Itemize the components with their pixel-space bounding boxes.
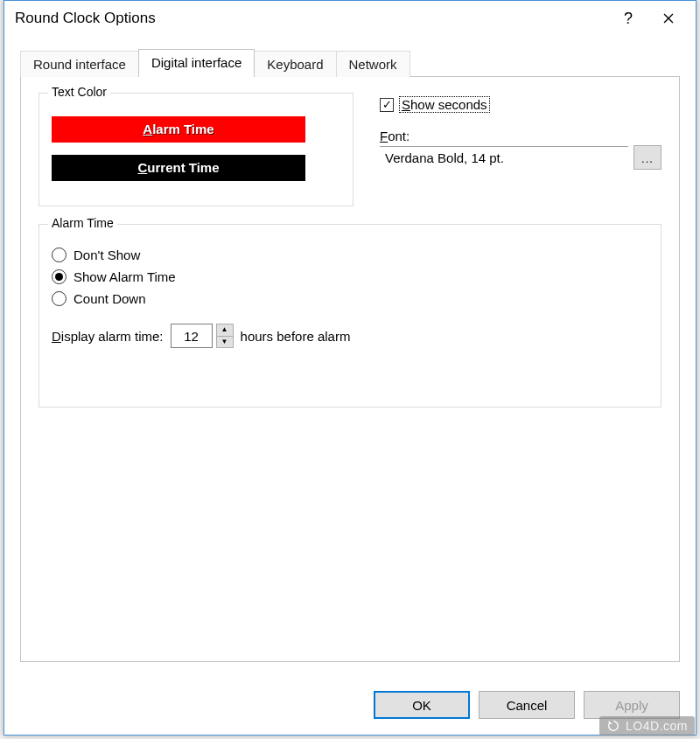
spinner-up[interactable]: ▲ bbox=[216, 324, 234, 337]
tabstrip: Round interface Digital interface Keyboa… bbox=[20, 48, 680, 76]
window-title: Round Clock Options bbox=[15, 10, 608, 27]
radio-icon bbox=[52, 247, 66, 262]
current-time-color-button[interactable]: Current Time bbox=[52, 155, 305, 181]
show-seconds-checkbox[interactable]: ✓ Show seconds bbox=[380, 96, 662, 113]
dialog-window: Round Clock Options ? Round interface Di… bbox=[4, 0, 696, 736]
radio-icon bbox=[52, 291, 66, 306]
apply-button[interactable]: Apply bbox=[584, 691, 680, 719]
radio-label: Don't Show bbox=[74, 247, 140, 262]
radio-dont-show[interactable]: Don't Show bbox=[52, 247, 648, 262]
show-seconds-label: Show seconds bbox=[399, 96, 490, 113]
display-alarm-label: Display alarm time: bbox=[52, 329, 164, 344]
watermark-text: LO4D.com bbox=[626, 719, 688, 733]
ok-button[interactable]: OK bbox=[374, 691, 470, 719]
dialog-buttons: OK Cancel Apply bbox=[374, 691, 680, 719]
group-alarm-time: Alarm Time Don't Show Show Alarm Time Co… bbox=[38, 224, 662, 408]
font-browse-button[interactable]: ... bbox=[634, 145, 662, 170]
radio-label: Count Down bbox=[74, 291, 146, 306]
display-alarm-row: Display alarm time: ▲ ▼ hours before ala… bbox=[52, 324, 648, 348]
group-text-color: Text Color Alarm Time Current Time bbox=[38, 93, 354, 206]
font-label: Font: bbox=[380, 129, 662, 143]
client-area: Round interface Digital interface Keyboa… bbox=[4, 36, 696, 735]
right-column: ✓ Show seconds Font: Verdana Bold, 14 pt… bbox=[380, 93, 662, 170]
spinner-down[interactable]: ▼ bbox=[216, 337, 234, 349]
display-alarm-spinner: ▲ ▼ bbox=[171, 324, 234, 348]
top-row: Text Color Alarm Time Current Time ✓ Sho… bbox=[38, 93, 662, 206]
radio-label: Show Alarm Time bbox=[74, 269, 176, 284]
help-button[interactable]: ? bbox=[608, 4, 648, 32]
titlebar-controls: ? bbox=[608, 4, 689, 32]
checkbox-icon: ✓ bbox=[380, 98, 394, 112]
refresh-icon bbox=[606, 719, 620, 733]
cancel-button[interactable]: Cancel bbox=[479, 691, 575, 719]
display-alarm-suffix: hours before alarm bbox=[241, 329, 351, 344]
group-text-color-legend: Text Color bbox=[48, 85, 110, 99]
group-alarm-legend: Alarm Time bbox=[48, 216, 117, 230]
font-field: Verdana Bold, 14 pt. bbox=[380, 146, 628, 169]
alarm-time-color-button[interactable]: Alarm Time bbox=[52, 116, 305, 143]
close-icon bbox=[663, 13, 674, 24]
tab-round-interface[interactable]: Round interface bbox=[20, 51, 139, 77]
display-alarm-input[interactable] bbox=[171, 324, 213, 348]
font-row: Verdana Bold, 14 pt. ... bbox=[380, 145, 662, 170]
radio-show-alarm-time[interactable]: Show Alarm Time bbox=[52, 269, 648, 284]
titlebar: Round Clock Options ? bbox=[4, 1, 696, 36]
radio-icon bbox=[52, 269, 66, 284]
close-button[interactable] bbox=[648, 4, 689, 32]
radio-count-down[interactable]: Count Down bbox=[52, 291, 648, 306]
tab-keyboard[interactable]: Keyboard bbox=[254, 51, 336, 77]
spinner-buttons: ▲ ▼ bbox=[216, 324, 234, 348]
tab-panel-digital: Text Color Alarm Time Current Time ✓ Sho… bbox=[20, 76, 680, 662]
watermark: LO4D.com bbox=[599, 716, 695, 736]
tab-digital-interface[interactable]: Digital interface bbox=[138, 49, 255, 77]
tab-network[interactable]: Network bbox=[336, 51, 410, 77]
